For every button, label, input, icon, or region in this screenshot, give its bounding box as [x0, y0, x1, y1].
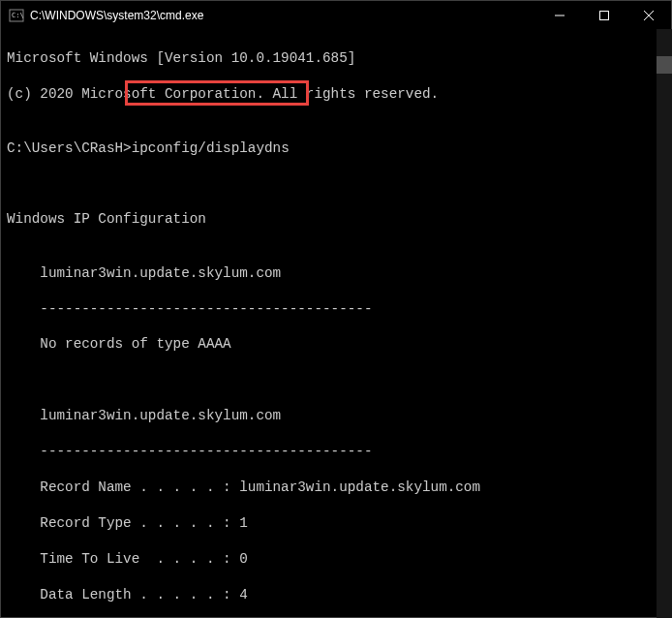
- svg-rect-3: [600, 12, 609, 20]
- window-controls: [537, 1, 671, 30]
- minimize-button[interactable]: [537, 1, 582, 30]
- scrollbar-track[interactable]: [657, 29, 672, 618]
- command-text: ipconfig/displaydns: [132, 140, 290, 156]
- terminal-output[interactable]: Microsoft Windows [Version 10.0.19041.68…: [1, 30, 671, 617]
- cmd-icon: C:\: [9, 8, 24, 23]
- ttl-line: Time To Live . . . . : 0: [7, 550, 665, 568]
- copyright-line: (c) 2020 Microsoft Corporation. All righ…: [7, 85, 665, 103]
- window-titlebar: C:\ C:\WINDOWS\system32\cmd.exe: [1, 1, 671, 30]
- ip-config-header: Windows IP Configuration: [7, 210, 665, 228]
- maximize-button[interactable]: [582, 1, 626, 30]
- prompt-text: C:\Users\CRasH>: [7, 140, 132, 156]
- close-button[interactable]: [626, 1, 671, 30]
- dns-entry-name: luminar3win.update.skylum.com: [7, 407, 665, 424]
- window-title: C:\WINDOWS\system32\cmd.exe: [30, 9, 537, 22]
- prompt-line: C:\Users\CRasH>ipconfig/displaydns: [7, 139, 665, 157]
- no-records-line: No records of type AAAA: [7, 335, 665, 353]
- separator-line: ----------------------------------------: [7, 300, 665, 318]
- data-length-line: Data Length . . . . . : 4: [7, 586, 665, 603]
- dns-entry-name: luminar3win.update.skylum.com: [7, 264, 665, 282]
- scrollbar-thumb[interactable]: [657, 56, 672, 74]
- command-highlight: [125, 80, 309, 106]
- record-name-line: Record Name . . . . . : luminar3win.upda…: [7, 479, 665, 496]
- separator-line: ----------------------------------------: [7, 443, 665, 460]
- version-line: Microsoft Windows [Version 10.0.19041.68…: [7, 49, 665, 67]
- svg-text:C:\: C:\: [12, 12, 24, 19]
- record-type-line: Record Type . . . . . : 1: [7, 514, 665, 532]
